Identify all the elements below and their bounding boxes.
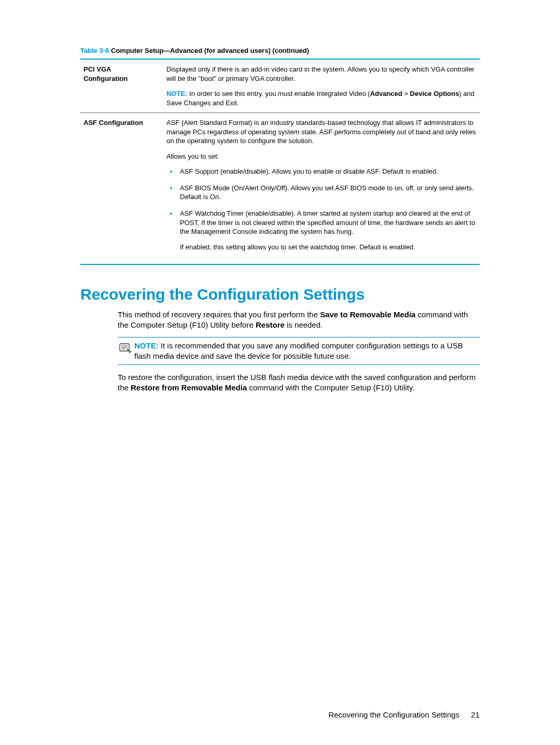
note-content: NOTE: It is recommended that you save an… (134, 341, 480, 362)
note-text: It is recommended that you save any modi… (134, 341, 463, 360)
row-note: NOTE: In order to see this entry, you mu… (166, 89, 477, 107)
list-item: ASF Support (enable/disable). Allows you… (178, 167, 477, 176)
row-label-line1: PCI VGA (83, 65, 111, 73)
row-label-line1: ASF Configuration (83, 119, 143, 126)
table-caption: Table 3-6 Computer Setup—Advanced (for a… (80, 47, 480, 54)
note-block: NOTE: It is recommended that you save an… (118, 337, 480, 366)
row-content: Displayed only if there is an add-in vid… (166, 65, 477, 107)
page-number: 21 (471, 710, 480, 719)
footer-title: Recovering the Configuration Settings (328, 710, 459, 719)
row-desc: Displayed only if there is an add-in vid… (166, 65, 477, 83)
note-bold-1: Advanced (370, 90, 402, 97)
list-item: ASF BIOS Mode (On/Alert Only/Off). Allow… (178, 184, 477, 202)
p1-bold2: Restore (256, 320, 285, 329)
note-label: NOTE: (166, 90, 187, 97)
page-content: Table 3-6 Computer Setup—Advanced (for a… (0, 0, 560, 420)
table-caption-label: Table 3-6 (80, 47, 109, 54)
table-row: PCI VGA Configuration Displayed only if … (80, 60, 480, 113)
note-bold-2: Device Options (410, 90, 459, 97)
row-label: ASF Configuration (83, 118, 166, 259)
page-footer: Recovering the Configuration Settings 21 (328, 710, 480, 719)
row-content: ASF (Alert Standard Format) is an indust… (166, 118, 477, 259)
body-paragraph-2: To restore the configuration, insert the… (118, 372, 480, 393)
list-item: ASF Watchdog Timer (enable/disable). A t… (178, 209, 477, 251)
bullet-text-1: ASF Watchdog Timer (enable/disable). A t… (180, 209, 477, 236)
p1-end: is needed. (285, 320, 323, 329)
bullet-text: ASF BIOS Mode (On/Alert Only/Off). Allow… (180, 184, 474, 201)
note-gt: > (402, 90, 410, 97)
note-icon (118, 342, 132, 354)
row-desc-1: ASF (Alert Standard Format) is an indust… (166, 118, 477, 146)
p1-bold1: Save to Removable Media (320, 310, 415, 319)
bullet-list: ASF Support (enable/disable). Allows you… (166, 167, 477, 251)
table-caption-title: Computer Setup—Advanced (for advanced us… (109, 47, 309, 54)
body-paragraph-1: This method of recovery requires that yo… (118, 310, 480, 331)
row-desc-2: Allows you to set: (166, 152, 477, 161)
p2-end: command with the Computer Setup (F10) Ut… (247, 383, 414, 392)
bullet-text-2: If enabled, this setting allows you to s… (180, 243, 477, 252)
table-row: ASF Configuration ASF (Alert Standard Fo… (80, 113, 480, 264)
config-table: PCI VGA Configuration Displayed only if … (80, 59, 480, 265)
p1-pre: This method of recovery requires that yo… (118, 310, 320, 319)
row-label-line2: Configuration (83, 75, 128, 82)
p2-bold: Restore from Removable Media (131, 383, 247, 392)
note-label: NOTE: (134, 341, 159, 350)
row-label: PCI VGA Configuration (83, 65, 166, 107)
note-text-1: In order to see this entry, you must ena… (187, 90, 370, 97)
section-heading: Recovering the Configuration Settings (80, 286, 480, 303)
bullet-text: ASF Support (enable/disable). Allows you… (180, 167, 438, 175)
